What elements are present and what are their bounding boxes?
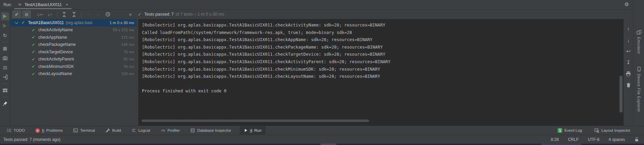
bottom-bar-right: 1 Event Log Layout Inspector — [547, 126, 644, 135]
taskbar-segment — [321, 144, 336, 145]
toolwindow-label: Logcat — [138, 128, 150, 132]
line-ending-widget[interactable]: CRLF — [568, 137, 579, 142]
print-button[interactable] — [625, 70, 632, 77]
test-name: checkMinimumSDK — [38, 64, 74, 69]
test-passed-icon: ✔ — [32, 28, 35, 33]
scroll-to-end-button[interactable]: ↧ — [625, 59, 632, 66]
test-passed-icon: ✔ — [32, 49, 35, 54]
test-row[interactable]: ✔ checkActivityName 59 s 372 ms — [10, 26, 137, 34]
stripe-label: Emulator — [637, 37, 641, 54]
test-row[interactable]: ✔ checkLayoutName 100 ms — [10, 70, 137, 78]
test-runner-toolbar: ✔ ⊘ ↓ a z ↓ ≡ ↑ ↓ » ✔ Tests — [10, 10, 633, 19]
console-line: [Robolectric] org.aplas.basicappx.TestA1… — [142, 21, 624, 29]
test-duration: 91 ms — [124, 57, 134, 61]
test-passed-icon: ✔ — [32, 42, 35, 47]
toolwindow-run[interactable]: 4: Run — [240, 126, 265, 135]
stripe-label: Device File Explorer — [637, 74, 641, 112]
toolwindow-database-inspector[interactable]: Database Inspector — [188, 126, 233, 135]
show-ignored-button[interactable]: ⊘ — [22, 10, 31, 18]
sort-arrow-icon: ↓ — [48, 12, 50, 17]
unlock-icon[interactable] — [634, 137, 639, 142]
show-passed-button[interactable]: ✔ — [12, 10, 21, 18]
toolwindow-todo[interactable]: TODO — [5, 126, 27, 135]
rerun-button[interactable] — [1, 12, 9, 20]
console-output[interactable]: [Robolectric] org.aplas.basicappx.TestA1… — [138, 19, 624, 126]
restore-layout-button[interactable] — [1, 86, 9, 94]
toggle-auto-test-button[interactable]: ↻ — [1, 31, 9, 39]
arrow-up-icon: ↑ — [627, 26, 630, 32]
summary-detail: of 7 tests – 1 m 0 s 30 ms — [176, 12, 224, 17]
expand-all-button[interactable] — [60, 10, 68, 18]
separator — [2, 42, 8, 42]
test-duration: 100 ms — [121, 72, 134, 76]
rerun-failed-button[interactable] — [1, 22, 9, 30]
camera-icon — [2, 55, 8, 61]
suite-package: (org.aplas.basi — [66, 20, 93, 25]
close-icon[interactable]: × — [66, 2, 68, 7]
encoding-widget[interactable]: UTF-8 — [588, 137, 599, 142]
test-row[interactable]: ✔ checkTargetDevice 75 ms — [10, 48, 137, 56]
soft-wrap-icon: ↩ — [626, 48, 631, 54]
toolwindow-build[interactable]: Build — [103, 126, 123, 135]
toolwindow-terminal[interactable]: Terminal — [71, 126, 97, 135]
layout-inspector-button[interactable]: Layout Inspector — [592, 128, 632, 133]
attach-debugger-button[interactable] — [1, 64, 9, 72]
test-duration: 145 ms — [121, 42, 134, 47]
console-line: [Robolectric] org.aplas.basicappx.TestA1… — [142, 51, 624, 58]
toolwindow-label: TODO — [14, 128, 25, 132]
console-line — [142, 80, 624, 88]
toolbar-overflow-icon[interactable]: » — [129, 12, 132, 17]
collapse-all-button[interactable] — [69, 10, 78, 18]
status-right-widgets: 8:28 CRLF UTF-8 4 spaces — [551, 137, 644, 142]
test-name: checkActivityParent — [38, 57, 74, 61]
next-failed-test-button[interactable]: ↓ — [94, 10, 102, 18]
right-tool-stripe: Emulator Device File Explorer — [633, 0, 644, 126]
arrow-down-icon: ↓ — [97, 12, 99, 17]
sort-by-duration-button[interactable]: ↓ ≡ — [45, 10, 54, 18]
stripe-item-device-file-explorer[interactable]: Device File Explorer — [633, 67, 644, 112]
toolwindow-profiler[interactable]: Profiler — [159, 126, 182, 135]
up-stack-trace-button[interactable]: ↑ — [625, 25, 632, 33]
chevron-down-icon[interactable] — [15, 20, 18, 24]
vertical-scrollbar[interactable] — [619, 76, 623, 112]
test-row[interactable]: ✔ checkPackageName 145 ms — [10, 41, 137, 49]
indent-widget[interactable]: 4 spaces — [609, 137, 625, 142]
down-stack-trace-button[interactable]: ↓ — [625, 36, 632, 44]
taskbar-edge — [0, 144, 644, 145]
event-log-button[interactable]: 1 Event Log — [556, 128, 584, 133]
console-line: [Robolectric] org.aplas.basicappx.TestA1… — [142, 58, 624, 66]
arrow-down-icon: ↓ — [627, 37, 630, 43]
layout-inspector-label: Layout Inspector — [601, 128, 630, 132]
sort-alphabetically-button[interactable]: ↓ a z — [35, 10, 44, 18]
toolwindow-label: Terminal — [80, 128, 95, 132]
test-row[interactable]: ✔ checkAppName 171 ms — [10, 34, 137, 41]
stop-button[interactable] — [1, 44, 9, 53]
horizontal-scrollbar[interactable] — [142, 120, 369, 122]
console-line: [Robolectric] org.aplas.basicappx.TestA1… — [142, 66, 624, 73]
clear-console-button[interactable] — [625, 81, 632, 89]
toolwindow-logcat[interactable]: Logcat — [129, 126, 152, 135]
gear-icon[interactable]: ⚙ — [625, 2, 629, 7]
test-row[interactable]: ✔ checkMinimumSDK 76 ms — [10, 63, 137, 70]
status-bar: Tests passed: 7 (moments ago) 8:28 CRLF … — [0, 135, 644, 144]
test-suite-row[interactable]: ✔ TestA1BasicUIX011 (org.aplas.basi 1 m … — [10, 19, 137, 26]
screenshot-button[interactable] — [1, 54, 9, 62]
suite-duration: 1 m 0 s 30 ms — [110, 21, 134, 25]
pin-tab-button[interactable] — [1, 99, 9, 108]
toolwindow-problems[interactable]: ! 6: Problems — [33, 126, 65, 135]
test-passed-icon: ✔ — [32, 71, 35, 76]
stripe-item-emulator[interactable]: Emulator — [633, 30, 644, 54]
arrow-up-icon: ↑ — [87, 12, 90, 17]
console-toolbar: ↑ ↓ ↩ ↧ — [624, 19, 633, 126]
test-duration: 59 s 372 ms — [113, 28, 134, 32]
test-history-button[interactable] — [103, 10, 112, 18]
run-configuration-tab[interactable]: TestA1BasicUIX011 × — [14, 0, 71, 9]
test-row[interactable]: ✔ checkActivityParent 91 ms — [10, 56, 137, 63]
emulator-icon — [637, 30, 642, 35]
toolwindow-label: Database Inspector — [197, 128, 231, 132]
previous-failed-test-button[interactable]: ↑ — [84, 10, 93, 18]
database-icon — [190, 128, 195, 133]
soft-wrap-button[interactable]: ↩ — [625, 48, 632, 55]
caret-position-widget[interactable]: 8:28 — [551, 137, 559, 142]
import-test-results-button[interactable] — [1, 73, 9, 81]
